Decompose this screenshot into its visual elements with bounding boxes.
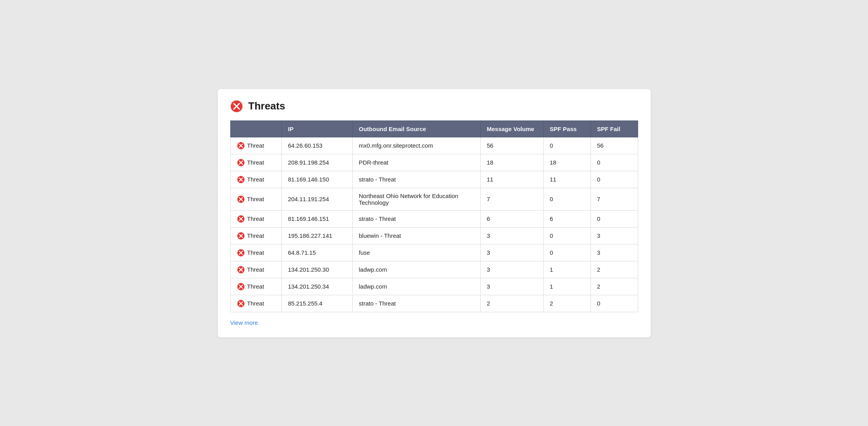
table-row: Threat 208.91.198.254PDR-threat18180 <box>230 154 638 171</box>
threat-icon <box>237 176 245 183</box>
spf-fail-cell: 0 <box>590 210 638 227</box>
email-source-cell: ladwp.com <box>352 278 480 295</box>
threats-table: IP Outbound Email Source Message Volume … <box>230 120 638 312</box>
col-header-spf-fail: SPF Fail <box>590 120 638 137</box>
status-cell: Threat <box>230 188 281 210</box>
email-source-cell: fuse <box>352 244 480 261</box>
table-row: Threat 195.186.227.141bluewin - Threat30… <box>230 227 638 244</box>
ip-cell: 64.8.71.15 <box>281 244 352 261</box>
spf-pass-cell: 2 <box>543 295 590 312</box>
table-row: Threat 134.201.250.30ladwp.com312 <box>230 261 638 278</box>
status-cell: Threat <box>230 295 281 312</box>
status-cell: Threat <box>230 261 281 278</box>
threat-label: Threat <box>247 215 264 222</box>
ip-cell: 81.169.146.151 <box>281 210 352 227</box>
threat-icon <box>237 283 245 291</box>
threat-icon <box>237 249 245 257</box>
threat-label: Threat <box>247 232 264 239</box>
message-volume-cell: 11 <box>480 171 543 188</box>
spf-pass-cell: 1 <box>543 278 590 295</box>
threat-label: Threat <box>247 266 264 273</box>
message-volume-cell: 6 <box>480 210 543 227</box>
message-volume-cell: 3 <box>480 261 543 278</box>
email-source-cell: ladwp.com <box>352 261 480 278</box>
table-row: Threat 134.201.250.34ladwp.com312 <box>230 278 638 295</box>
threat-label: Threat <box>247 142 264 149</box>
email-source-cell: bluewin - Threat <box>352 227 480 244</box>
ip-cell: 134.201.250.30 <box>281 261 352 278</box>
threat-icon <box>237 142 245 150</box>
status-cell: Threat <box>230 278 281 295</box>
spf-pass-cell: 6 <box>543 210 590 227</box>
ip-cell: 85.215.255.4 <box>281 295 352 312</box>
threat-icon <box>237 266 245 274</box>
spf-fail-cell: 3 <box>590 227 638 244</box>
status-cell: Threat <box>230 210 281 227</box>
threat-icon <box>237 300 245 307</box>
message-volume-cell: 7 <box>480 188 543 210</box>
email-source-cell: strato - Threat <box>352 171 480 188</box>
threat-label: Threat <box>247 196 264 202</box>
col-header-status <box>230 120 281 137</box>
message-volume-cell: 3 <box>480 244 543 261</box>
email-source-cell: mx0.mfg.onr.siteprotect.com <box>352 137 480 154</box>
email-source-cell: strato - Threat <box>352 295 480 312</box>
spf-pass-cell: 0 <box>543 244 590 261</box>
table-header-row: IP Outbound Email Source Message Volume … <box>230 120 638 137</box>
table-row: Threat 204.11.191.254Northeast Ohio Netw… <box>230 188 638 210</box>
col-header-ip: IP <box>281 120 352 137</box>
status-cell: Threat <box>230 137 281 154</box>
threat-label: Threat <box>247 300 264 307</box>
table-row: Threat 81.169.146.150strato - Threat1111… <box>230 171 638 188</box>
table-row: Threat 64.8.71.15fuse303 <box>230 244 638 261</box>
message-volume-cell: 56 <box>480 137 543 154</box>
threats-card: Threats IP Outbound Email Source Message… <box>218 89 651 337</box>
spf-fail-cell: 2 <box>590 278 638 295</box>
spf-pass-cell: 18 <box>543 154 590 171</box>
spf-fail-cell: 3 <box>590 244 638 261</box>
table-row: Threat 64.26.60.153mx0.mfg.onr.siteprote… <box>230 137 638 154</box>
ip-cell: 195.186.227.141 <box>281 227 352 244</box>
status-cell: Threat <box>230 171 281 188</box>
spf-pass-cell: 11 <box>543 171 590 188</box>
ip-cell: 134.201.250.34 <box>281 278 352 295</box>
threat-label: Threat <box>247 176 264 183</box>
ip-cell: 81.169.146.150 <box>281 171 352 188</box>
view-more-link[interactable]: View more <box>230 319 258 326</box>
message-volume-cell: 2 <box>480 295 543 312</box>
spf-pass-cell: 0 <box>543 227 590 244</box>
col-header-message-volume: Message Volume <box>480 120 543 137</box>
threat-icon <box>237 195 245 203</box>
status-cell: Threat <box>230 227 281 244</box>
page-title: Threats <box>248 100 285 112</box>
ip-cell: 208.91.198.254 <box>281 154 352 171</box>
table-row: Threat 81.169.146.151strato - Threat660 <box>230 210 638 227</box>
status-cell: Threat <box>230 154 281 171</box>
col-header-spf-pass: SPF Pass <box>543 120 590 137</box>
threat-icon <box>237 159 245 167</box>
threat-icon <box>237 215 245 223</box>
spf-fail-cell: 7 <box>590 188 638 210</box>
threat-label: Threat <box>247 283 264 290</box>
spf-fail-cell: 0 <box>590 171 638 188</box>
threat-icon <box>237 232 245 240</box>
email-source-cell: strato - Threat <box>352 210 480 227</box>
spf-pass-cell: 0 <box>543 137 590 154</box>
threat-label: Threat <box>247 159 264 166</box>
ip-cell: 64.26.60.153 <box>281 137 352 154</box>
threats-title-icon <box>230 100 243 113</box>
message-volume-cell: 18 <box>480 154 543 171</box>
email-source-cell: Northeast Ohio Network for Education Tec… <box>352 188 480 210</box>
message-volume-cell: 3 <box>480 227 543 244</box>
spf-pass-cell: 0 <box>543 188 590 210</box>
table-row: Threat 85.215.255.4strato - Threat220 <box>230 295 638 312</box>
spf-fail-cell: 2 <box>590 261 638 278</box>
threat-label: Threat <box>247 249 264 256</box>
email-source-cell: PDR-threat <box>352 154 480 171</box>
spf-fail-cell: 0 <box>590 154 638 171</box>
spf-pass-cell: 1 <box>543 261 590 278</box>
ip-cell: 204.11.191.254 <box>281 188 352 210</box>
spf-fail-cell: 0 <box>590 295 638 312</box>
spf-fail-cell: 56 <box>590 137 638 154</box>
col-header-email-source: Outbound Email Source <box>352 120 480 137</box>
